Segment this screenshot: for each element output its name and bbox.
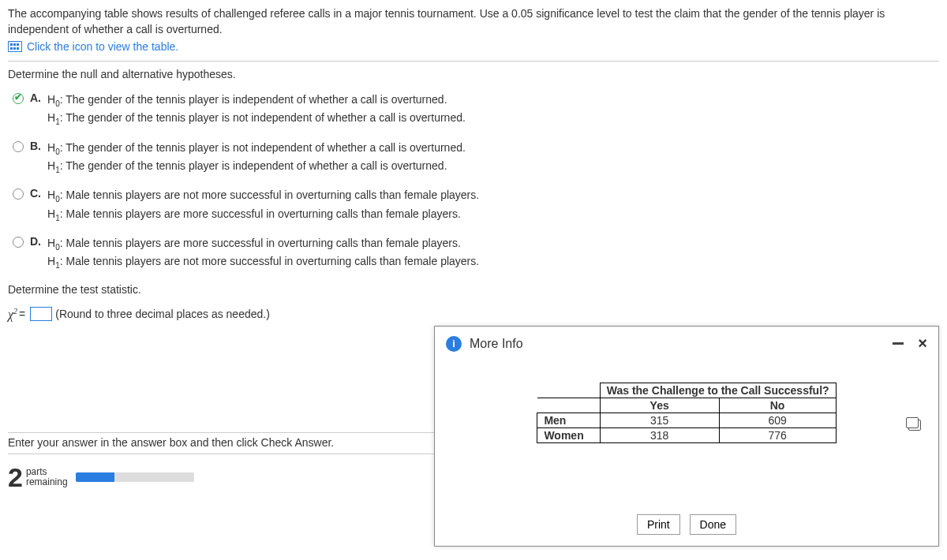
col-no: No [719, 398, 836, 413]
radio-a-icon[interactable] [13, 93, 24, 104]
test-statistic-prompt: Determine the test statistic. [8, 283, 939, 296]
table-row: Women 318 776 [537, 428, 836, 443]
option-a[interactable]: A. H0: The gender of the tennis player i… [13, 91, 939, 129]
table-row: Men 315 609 [537, 413, 836, 428]
option-letter: D. [30, 235, 47, 248]
done-button[interactable]: Done [690, 514, 736, 535]
option-d-h1: H1: Male tennis players are not more suc… [47, 253, 939, 271]
radio-d-icon[interactable] [13, 237, 24, 248]
question-text: The accompanying table shows results of … [8, 6, 939, 37]
col-yes: Yes [600, 398, 719, 413]
option-letter: A. [30, 91, 47, 104]
progress-bar [76, 472, 194, 482]
minimize-icon[interactable] [893, 342, 904, 345]
print-button[interactable]: Print [637, 514, 680, 535]
radio-b-icon[interactable] [13, 141, 24, 152]
option-a-h1: H1: The gender of the tennis player is n… [47, 110, 939, 128]
option-letter: C. [30, 187, 47, 200]
data-table: Was the Challenge to the Call Successful… [537, 383, 836, 443]
option-c-h1: H1: Male tennis players are more success… [47, 206, 939, 224]
option-b-h0: H0: The gender of the tennis player is n… [47, 140, 939, 158]
rounding-hint: (Round to three decimal places as needed… [55, 308, 270, 320]
chi-square-input[interactable] [30, 307, 52, 321]
info-icon: i [446, 336, 462, 352]
close-icon[interactable]: × [918, 334, 927, 353]
divider [8, 61, 939, 62]
option-a-h0: H0: The gender of the tennis player is i… [47, 91, 939, 110]
option-b[interactable]: B. H0: The gender of the tennis player i… [13, 140, 939, 177]
hypotheses-prompt: Determine the null and alternative hypot… [8, 68, 939, 80]
option-b-h1: H1: The gender of the tennis player is i… [47, 158, 939, 176]
chi-symbol: χ2 [8, 307, 17, 322]
view-table-link[interactable]: Click the icon to view the table. [27, 40, 178, 53]
option-letter: B. [30, 140, 47, 152]
table-group-header: Was the Challenge to the Call Successful… [600, 383, 836, 398]
remaining-label: remaining [26, 477, 68, 487]
modal-title: More Info [470, 337, 893, 351]
parts-remaining-count: 2 [8, 465, 23, 490]
radio-c-icon[interactable] [13, 189, 24, 200]
option-c-h0: H0: Male tennis players are not more suc… [47, 187, 939, 205]
table-icon[interactable] [8, 41, 22, 52]
equals: = [19, 308, 25, 320]
copy-icon[interactable] [908, 420, 921, 431]
option-c[interactable]: C. H0: Male tennis players are not more … [13, 187, 939, 224]
option-d[interactable]: D. H0: Male tennis players are more succ… [13, 235, 939, 272]
option-d-h0: H0: Male tennis players are more success… [47, 235, 939, 253]
more-info-modal: i More Info × Was the Challenge to the C… [434, 326, 939, 547]
